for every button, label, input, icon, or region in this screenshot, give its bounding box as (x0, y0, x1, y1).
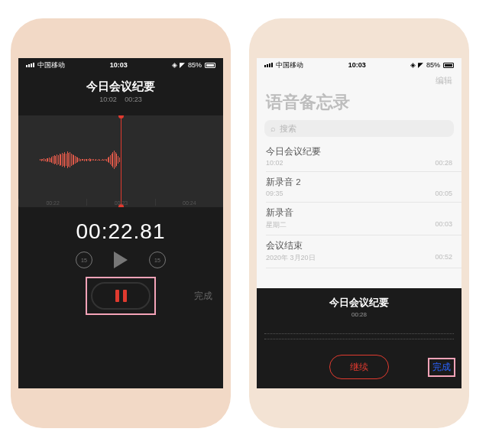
recording-header: 今日会议纪要 10:02 00:23 (18, 72, 223, 106)
player-duration: 00:28 (257, 311, 461, 318)
battery-label: 85% (426, 61, 440, 69)
speaker (105, 35, 137, 39)
mini-waveform[interactable] (264, 324, 454, 349)
done-button-disabled: 完成 (194, 290, 212, 303)
list-item[interactable]: 今日会议纪要 10:0200:28 (266, 141, 461, 172)
battery-icon (443, 63, 454, 68)
home-button[interactable] (345, 396, 373, 424)
recordings-list: 今日会议纪要 10:0200:28 新录音 2 09:3500:05 新录音 星… (257, 141, 461, 268)
status-bar: 中国移动 10:03 ◈ ◤ 85% (18, 58, 223, 72)
status-time: 10:03 (110, 61, 128, 69)
list-item[interactable]: 新录音 星期二00:03 (266, 203, 461, 235)
speaker (343, 35, 375, 39)
list-item[interactable]: 新录音 2 09:3500:05 (266, 172, 461, 203)
pause-icon (115, 290, 127, 302)
location-icon: ◈ ◤ (410, 61, 423, 69)
screen-recording: 中国移动 10:03 ◈ ◤ 85% 今日会议纪要 10:02 00:23 (18, 58, 223, 388)
playhead[interactable] (121, 115, 121, 207)
mini-player: 今日会议纪要 00:28 继续 完成 (257, 288, 461, 388)
skip-forward-15-button[interactable]: 15 (149, 252, 166, 268)
elapsed-time: 00:22.81 (18, 219, 223, 244)
phone-left: 中国移动 10:03 ◈ ◤ 85% 今日会议纪要 10:02 00:23 (11, 18, 231, 428)
list-item[interactable]: 会议结束 2020年 3月20日00:52 (266, 235, 461, 268)
wave-bars (18, 149, 121, 170)
edit-button[interactable]: 编辑 (257, 72, 461, 86)
waveform[interactable]: 00:22 00:23 00:24 (18, 115, 223, 207)
recording-subtitle: 10:02 00:23 (18, 96, 223, 103)
home-button[interactable] (107, 396, 134, 424)
done-button[interactable]: 完成 (429, 359, 454, 375)
battery-label: 85% (188, 61, 202, 69)
status-bar: 中国移动 10:03 ◈ ◤ 85% (257, 58, 461, 72)
screen-list: 中国移动 10:03 ◈ ◤ 85% 编辑 语音备忘录 ⌕ 搜索 今日会议纪要 … (257, 58, 461, 388)
continue-button[interactable]: 继续 (329, 355, 389, 379)
recording-title: 今日会议纪要 (18, 80, 223, 94)
phone-right: 中国移动 10:03 ◈ ◤ 85% 编辑 语音备忘录 ⌕ 搜索 今日会议纪要 … (249, 18, 469, 428)
status-time: 10:03 (348, 61, 366, 69)
carrier-label: 中国移动 (276, 60, 303, 70)
search-icon: ⌕ (270, 124, 276, 133)
bottom-controls: 完成 (18, 281, 223, 311)
search-placeholder: 搜索 (280, 123, 296, 135)
carrier-label: 中国移动 (37, 60, 65, 70)
search-input[interactable]: ⌕ 搜索 (264, 120, 454, 137)
skip-back-15-button[interactable]: 15 (76, 252, 92, 268)
battery-icon (205, 63, 215, 68)
play-button[interactable] (114, 252, 128, 268)
page-title: 语音备忘录 (257, 86, 461, 120)
location-icon: ◈ ◤ (172, 61, 185, 69)
pause-button[interactable] (91, 282, 151, 310)
signal-icon (26, 63, 34, 67)
player-title: 今日会议纪要 (257, 296, 461, 310)
transport-controls: 15 15 (18, 252, 223, 268)
time-ticks: 00:22 00:23 00:24 (18, 199, 223, 206)
signal-icon (264, 63, 273, 67)
highlight-annotation (89, 281, 152, 311)
